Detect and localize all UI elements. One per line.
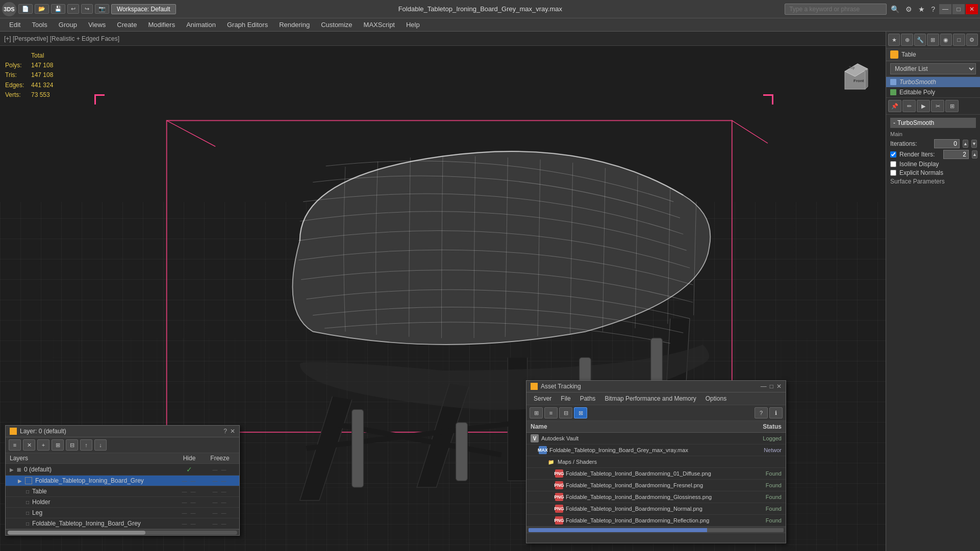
modifier-turbosmooth[interactable]: TurboSmooth xyxy=(886,77,980,87)
asset-row-normal[interactable]: PNG Foldable_Tabletop_Ironind_Boardmorni… xyxy=(526,503,786,515)
undo-button[interactable]: ↩ xyxy=(67,4,79,14)
rp-icon-display[interactable]: □ xyxy=(953,34,965,46)
rp-mod-copy[interactable]: ⊞ xyxy=(945,100,959,112)
close-button[interactable]: ✕ xyxy=(966,4,978,14)
ts-render-up[interactable]: ▲ xyxy=(972,150,977,159)
layer-tool-4[interactable]: ⊞ xyxy=(52,439,64,451)
asset-tool-2[interactable]: ≡ xyxy=(544,407,558,418)
rp-mod-select[interactable]: ▶ xyxy=(917,100,930,112)
viewport[interactable]: [+] [Perspective] [Realistic + Edged Fac… xyxy=(0,32,886,551)
rp-mod-pencil[interactable]: ✏ xyxy=(902,100,916,112)
asset-info-btn[interactable]: ℹ xyxy=(769,407,783,418)
menu-graph-editors[interactable]: Graph Editors xyxy=(222,20,273,30)
asset-name-col: Name xyxy=(531,423,736,430)
rp-icon-motion[interactable]: ◉ xyxy=(940,34,952,46)
asset-tool-1[interactable]: ⊞ xyxy=(530,407,543,418)
layer-row-board[interactable]: ▶ Foldable_Tabletop_Ironing_Board_Grey —… xyxy=(6,476,239,486)
modifier-editable-poly[interactable]: Editable Poly xyxy=(886,87,980,97)
open-button[interactable]: 📂 xyxy=(35,4,49,14)
sel-corner-tl-h xyxy=(94,94,105,96)
asset-row-fresnel[interactable]: PNG Foldable_Tabletop_Ironind_Boardmorni… xyxy=(526,480,786,491)
asset-maps-name: Maps / Shaders xyxy=(558,459,597,465)
layer-row-holder[interactable]: □ Holder — — — — xyxy=(6,497,239,508)
menu-modifiers[interactable]: Modifiers xyxy=(143,20,180,30)
layer-tool-6[interactable]: ↑ xyxy=(80,439,92,451)
rp-icon-star[interactable]: ★ xyxy=(888,34,900,46)
ts-render-iters-input[interactable] xyxy=(943,150,969,159)
asset-status-bar xyxy=(526,533,786,543)
rp-mod-cut[interactable]: ✂ xyxy=(931,100,944,112)
settings-icon-btn[interactable]: ⚙ xyxy=(903,4,914,14)
help-icon-btn[interactable]: ? xyxy=(929,4,937,14)
ts-render-iters-checkbox[interactable] xyxy=(890,151,896,158)
menu-group[interactable]: Group xyxy=(54,20,82,30)
layer-scrollbar[interactable] xyxy=(6,529,239,535)
snapshot-button[interactable]: 📷 xyxy=(95,4,109,14)
asset-row-diffuse[interactable]: PNG Foldable_Tabletop_Ironind_Boardmorni… xyxy=(526,468,786,480)
asset-panel-maximize[interactable]: □ xyxy=(770,383,773,390)
new-button[interactable]: 📄 xyxy=(18,4,33,14)
layer-default-dash1: — — xyxy=(213,467,228,473)
asset-menu-paths[interactable]: Paths xyxy=(576,394,600,403)
asset-normal-status: Found xyxy=(736,506,782,512)
asset-menu-server[interactable]: Server xyxy=(530,394,556,403)
menu-edit[interactable]: Edit xyxy=(4,20,26,30)
rp-mod-pin[interactable]: 📌 xyxy=(888,100,901,112)
redo-button[interactable]: ↪ xyxy=(81,4,93,14)
asset-row-reflection[interactable]: PNG Foldable_Tabletop_Ironind_Boardmorni… xyxy=(526,515,786,527)
maximize-button[interactable]: □ xyxy=(952,4,965,14)
viewport-header: [+] [Perspective] [Realistic + Edged Fac… xyxy=(0,32,886,46)
menu-create[interactable]: Create xyxy=(112,20,142,30)
menu-views[interactable]: Views xyxy=(83,20,111,30)
layer-panel-help[interactable]: ? xyxy=(223,428,227,435)
asset-menu-file[interactable]: File xyxy=(557,394,574,403)
view-cube[interactable]: Front Top xyxy=(835,56,875,97)
layer-scroll-thumb[interactable] xyxy=(8,531,145,535)
layer-tool-2[interactable]: ✕ xyxy=(23,439,35,451)
png-normal-icon: PNG xyxy=(555,505,563,513)
layer-tool-3[interactable]: + xyxy=(37,439,49,451)
ts-explicit-checkbox[interactable] xyxy=(890,170,896,176)
rp-icon-hierarchy[interactable]: ⊞ xyxy=(927,34,939,46)
layer-row-table[interactable]: □ Table — — — — xyxy=(6,486,239,497)
asset-menu-bitmap[interactable]: Bitmap Performance and Memory xyxy=(600,394,700,403)
menu-customize[interactable]: Customize xyxy=(316,20,357,30)
asset-tool-4-active[interactable]: ⊠ xyxy=(574,407,587,418)
asset-tool-3[interactable]: ⊟ xyxy=(559,407,572,418)
layer-tool-7[interactable]: ↓ xyxy=(94,439,107,451)
layer-row-board2[interactable]: □ Foldable_Tabletop_Ironing_Board_Grey —… xyxy=(6,518,239,529)
workspace-button[interactable]: Workspace: Default xyxy=(111,4,176,14)
ts-iterations-up[interactable]: ▲ xyxy=(963,140,968,148)
layer-panel-close[interactable]: ✕ xyxy=(230,428,235,435)
menu-help[interactable]: Help xyxy=(401,20,425,30)
ts-isoline-checkbox[interactable] xyxy=(890,161,896,167)
menu-tools[interactable]: Tools xyxy=(27,20,52,30)
rp-icon-modify[interactable]: 🔧 xyxy=(914,34,926,46)
asset-row-maps[interactable]: 📁 Maps / Shaders xyxy=(526,456,786,468)
asset-row-glossiness[interactable]: PNG Foldable_Tabletop_Ironind_Boardmorni… xyxy=(526,491,786,503)
layer-tool-1[interactable]: ≡ xyxy=(9,439,21,451)
asset-menu-options[interactable]: Options xyxy=(701,394,731,403)
png-fresnel-icon: PNG xyxy=(555,481,563,489)
asset-panel-close[interactable]: ✕ xyxy=(776,383,782,390)
layer-row-leg[interactable]: □ Leg — — — — xyxy=(6,508,239,518)
modifier-list-dropdown[interactable]: Modifier List xyxy=(890,63,976,74)
asset-row-vault[interactable]: V Autodesk Vault Logged xyxy=(526,433,786,444)
menu-rendering[interactable]: Rendering xyxy=(274,20,315,30)
menu-animation[interactable]: Animation xyxy=(181,20,221,30)
asset-row-max[interactable]: MAX Foldable_Tabletop_Ironing_Board_Grey… xyxy=(526,444,786,456)
ts-iterations-input[interactable] xyxy=(934,139,960,148)
search-input[interactable] xyxy=(785,4,887,15)
save-button[interactable]: 💾 xyxy=(51,4,65,14)
minimize-button[interactable]: — xyxy=(939,4,951,14)
rp-icon-create[interactable]: ⊕ xyxy=(901,34,913,46)
menu-maxscript[interactable]: MAXScript xyxy=(359,20,400,30)
rp-icon-utility[interactable]: ⚙ xyxy=(966,34,978,46)
layer-row-default[interactable]: ▶ ⊞ 0 (default) ✓ — — xyxy=(6,464,239,476)
asset-panel-minimize[interactable]: — xyxy=(761,383,767,390)
bookmark-icon-btn[interactable]: ★ xyxy=(916,4,927,14)
ts-iterations-down[interactable]: ▼ xyxy=(971,140,977,148)
asset-help-btn[interactable]: ? xyxy=(755,407,768,418)
layer-tool-5[interactable]: ⊟ xyxy=(66,439,78,451)
search-icon-btn[interactable]: 🔍 xyxy=(889,4,901,14)
